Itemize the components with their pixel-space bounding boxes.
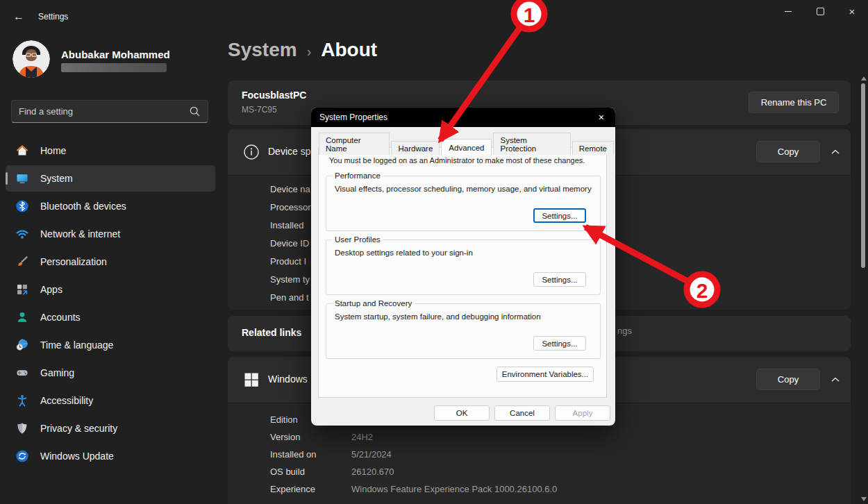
sidebar-item-windows-update[interactable]: Windows Update xyxy=(6,443,215,469)
sidebar-item-time-language[interactable]: Time & language xyxy=(6,332,215,358)
search-input[interactable] xyxy=(12,106,189,117)
sidebar-item-label: Personalization xyxy=(40,256,107,267)
ws-label: Experience xyxy=(270,484,351,494)
ws-value: 5/21/2024 xyxy=(351,449,392,460)
search-box xyxy=(11,100,208,123)
sidebar-item-privacy-security[interactable]: Privacy & security xyxy=(6,415,215,442)
scrollbar-thumb[interactable] xyxy=(861,83,865,268)
ok-button[interactable]: OK xyxy=(434,405,490,421)
avatar[interactable] xyxy=(12,40,50,78)
dialog-titlebar: System Properties × xyxy=(311,108,615,127)
device-specs-copy-button[interactable]: Copy xyxy=(756,141,820,162)
sidebar-item-accessibility[interactable]: Accessibility xyxy=(6,387,215,414)
window-controls: × xyxy=(772,0,868,22)
tab-computer-name[interactable]: Computer Name xyxy=(319,133,390,155)
ws-label: Installed on xyxy=(270,449,351,460)
windows-specs-title: Windows xyxy=(268,373,308,385)
time-language-icon xyxy=(15,338,29,352)
sidebar-item-system[interactable]: System xyxy=(6,165,215,192)
user-profiles-settings-button[interactable]: Settings... xyxy=(533,272,586,287)
windows-logo-icon xyxy=(243,371,260,388)
dialog-footer: OK Cancel Apply xyxy=(311,405,615,421)
back-button[interactable]: ← xyxy=(8,7,29,26)
close-button[interactable]: × xyxy=(836,0,868,22)
sidebar-item-label: Windows Update xyxy=(40,451,114,462)
app-title: Settings xyxy=(38,12,68,22)
home-icon xyxy=(15,144,29,158)
chevron-up-icon[interactable] xyxy=(830,146,841,158)
windows-specs-copy-button[interactable]: Copy xyxy=(756,369,820,390)
sidebar-item-network-internet[interactable]: Network & internet xyxy=(6,221,215,247)
search-icon[interactable] xyxy=(189,106,201,117)
tab-system-protection[interactable]: System Protection xyxy=(493,133,570,155)
startup-recovery-description: System startup, system failure, and debu… xyxy=(335,312,593,321)
ws-value: 24H2 xyxy=(351,432,373,442)
sidebar-item-gaming[interactable]: Gaming xyxy=(6,360,215,386)
startup-recovery-group: Startup and Recovery System startup, sys… xyxy=(326,303,601,359)
related-link-partial[interactable]: ngs xyxy=(617,326,632,336)
breadcrumb-system[interactable]: System xyxy=(228,39,297,61)
breadcrumb: System › About xyxy=(228,39,377,61)
performance-group-title: Performance xyxy=(332,171,383,180)
dialog-title: System Properties xyxy=(319,112,387,122)
page-title: About xyxy=(321,39,377,61)
sidebar-item-personalization[interactable]: Personalization xyxy=(6,249,215,275)
pc-name: FocusblastPC xyxy=(242,90,306,101)
system-icon xyxy=(15,171,29,185)
tab-advanced[interactable]: Advanced xyxy=(441,139,492,156)
sidebar-item-label: System xyxy=(40,173,73,184)
admin-notice: You must be logged on as an Administrato… xyxy=(329,156,585,165)
spec-row-system-type: System ty xyxy=(270,270,311,288)
tab-remote[interactable]: Remote xyxy=(572,141,614,155)
performance-settings-button[interactable]: Settings... xyxy=(533,208,586,223)
environment-variables-button[interactable]: Environment Variables... xyxy=(496,367,594,382)
sidebar-item-label: Bluetooth & devices xyxy=(40,201,126,212)
ws-label: OS build xyxy=(270,467,351,477)
ws-row-os-build: OS build 26120.670 xyxy=(270,463,557,480)
tab-hardware[interactable]: Hardware xyxy=(391,141,440,155)
cancel-button[interactable]: Cancel xyxy=(494,405,550,421)
system-properties-dialog: System Properties × Computer Name Hardwa… xyxy=(311,108,615,426)
chevron-up-icon[interactable] xyxy=(830,374,841,385)
sidebar-item-home[interactable]: Home xyxy=(6,137,215,164)
ws-row-experience: Experience Windows Feature Experience Pa… xyxy=(270,480,557,498)
minimize-button[interactable] xyxy=(772,0,804,22)
scrollbar[interactable] xyxy=(860,76,866,504)
ws-label: Version xyxy=(270,432,351,442)
close-icon: × xyxy=(849,6,856,17)
user-profiles-group: User Profiles Desktop settings related t… xyxy=(326,240,601,295)
accounts-icon xyxy=(15,310,29,324)
info-icon xyxy=(243,144,260,160)
spec-row-installed-ram: Installed xyxy=(270,216,311,234)
sidebar-item-label: Home xyxy=(40,145,66,156)
spec-row-product-id: Product I xyxy=(270,252,311,270)
rename-pc-button[interactable]: Rename this PC xyxy=(749,92,839,113)
sidebar-item-label: Privacy & security xyxy=(40,423,117,434)
pc-model: MS-7C95 xyxy=(242,105,277,115)
sidebar-item-label: Apps xyxy=(40,284,62,295)
startup-recovery-settings-button[interactable]: Settings... xyxy=(533,336,586,351)
maximize-button[interactable] xyxy=(804,0,836,22)
sidebar-item-label: Accounts xyxy=(40,312,81,323)
personalization-icon xyxy=(15,255,29,269)
back-arrow-icon: ← xyxy=(13,10,24,23)
network-icon xyxy=(15,227,29,241)
scroll-down-icon[interactable] xyxy=(861,497,867,501)
dialog-close-button[interactable]: × xyxy=(596,112,607,123)
advanced-tab-page: You must be logged on as an Administrato… xyxy=(318,147,607,398)
apply-button[interactable]: Apply xyxy=(555,405,610,421)
breadcrumb-separator-icon: › xyxy=(307,41,312,60)
user-profiles-description: Desktop settings related to your sign-in xyxy=(335,249,593,257)
apps-icon xyxy=(15,283,29,296)
spec-row-processor: Processor xyxy=(270,198,311,216)
sidebar-item-apps[interactable]: Apps xyxy=(6,276,215,303)
minimize-icon xyxy=(785,11,792,12)
scroll-up-icon[interactable] xyxy=(861,76,867,81)
accessibility-icon xyxy=(15,394,29,408)
sidebar-item-bluetooth-devices[interactable]: Bluetooth & devices xyxy=(6,193,215,219)
sidebar-item-label: Gaming xyxy=(40,367,74,378)
ws-value: Windows Feature Experience Pack 1000.261… xyxy=(351,484,557,494)
sidebar-item-accounts[interactable]: Accounts xyxy=(6,304,215,330)
privacy-shield-icon xyxy=(15,421,29,435)
spec-row-device-id: Device ID xyxy=(270,234,311,252)
